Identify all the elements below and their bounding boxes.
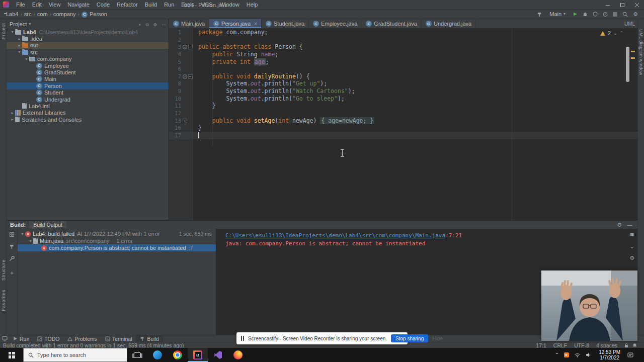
implemented-marker-icon[interactable]: ▾ <box>183 74 187 79</box>
code-editor[interactable]: 1package com.company;23▾−public abstract… <box>169 29 637 220</box>
stop-icon[interactable] <box>613 12 617 17</box>
code-line[interactable]: 6 <box>169 65 637 73</box>
code-line[interactable]: 5 private int age; <box>169 58 637 66</box>
line-ending[interactable]: CRLF <box>553 342 567 348</box>
hide-button[interactable]: Hide <box>432 336 443 341</box>
tool-stripe-favorites[interactable]: Favorites <box>1 290 6 311</box>
code-line[interactable]: 2 <box>169 36 637 44</box>
menu-code[interactable]: Code <box>93 0 113 9</box>
tree-item--idea[interactable]: ▸.idea <box>7 35 169 42</box>
tree-item-scratches-and-consoles[interactable]: ▸Scratches and Consoles <box>7 116 169 123</box>
toolbutton-terminal[interactable]: Terminal <box>101 335 136 342</box>
build-tree-row[interactable]: ▾×Lab4: build failedAt 1/7/2022 12:49 PM… <box>18 230 216 237</box>
volume-icon[interactable] <box>586 352 592 357</box>
warning-stripe-mark[interactable] <box>631 51 635 52</box>
code-line[interactable]: 4 public String name; <box>169 51 637 58</box>
code-line[interactable]: 13+ public void setAge(int newAge) { age… <box>169 117 637 125</box>
project-panel-title[interactable]: Project <box>10 21 27 27</box>
start-button[interactable] <box>0 348 23 362</box>
grid-icon[interactable] <box>9 232 15 237</box>
wrench-icon[interactable] <box>9 256 15 261</box>
settings-icon[interactable]: ⚙ <box>633 12 638 17</box>
warning-stripe-mark[interactable] <box>631 57 635 59</box>
close-button[interactable] <box>629 0 644 10</box>
minimize-button[interactable] <box>600 0 615 10</box>
menu-help[interactable]: Help <box>243 0 262 9</box>
breadcrumb-item-company[interactable]: company <box>53 11 76 17</box>
chevron-up-icon[interactable]: ⌃ <box>555 352 559 357</box>
visual-studio-icon[interactable] <box>208 348 228 362</box>
code-line[interactable]: 8 System.out.println("Get up"); <box>169 80 637 87</box>
search-input[interactable]: Type here to search <box>23 348 127 362</box>
tree-item-main[interactable]: CMain <box>7 76 169 82</box>
search-icon[interactable] <box>622 12 628 17</box>
tree-item-lab4[interactable]: ▾Lab4C:\Users\esulli13\IdeaProjects\demo… <box>7 29 169 35</box>
firefox-icon[interactable] <box>228 348 248 362</box>
collapse-all-icon[interactable]: ⊟ <box>145 21 149 27</box>
tool-window-switcher-icon[interactable] <box>0 336 9 341</box>
toolbutton-todo[interactable]: TODO <box>33 335 63 342</box>
breadcrumb-item-com[interactable]: com <box>37 11 48 17</box>
toolbutton-run[interactable]: Run <box>9 335 33 342</box>
tool-stripe-project[interactable]: Project <box>1 23 6 39</box>
caret-position[interactable]: 17:1 <box>536 342 546 348</box>
console-file-link[interactable]: C:\Users\esulli13\IdeaProjects\demo\Lab4… <box>225 232 445 240</box>
maximize-button[interactable] <box>615 0 629 10</box>
menu-refactor[interactable]: Refactor <box>113 0 141 9</box>
tree-item-person[interactable]: CPerson <box>7 82 169 89</box>
menu-edit[interactable]: Edit <box>29 0 45 9</box>
menu-file[interactable]: File <box>13 0 29 9</box>
tab-gradstudent-java[interactable]: CGradStudent.java <box>362 19 422 28</box>
code-line[interactable]: 10 System.out.println("Go to sleep"); <box>169 95 637 103</box>
settings-icon[interactable]: ⚙ <box>153 21 157 27</box>
minimize-icon[interactable]: — <box>627 222 632 228</box>
profiler-icon[interactable] <box>603 12 608 17</box>
tab-employee-java[interactable]: CEmployee.java <box>309 19 362 28</box>
tree-item-com-company[interactable]: ▾com.company <box>7 56 169 62</box>
menu-run[interactable]: Run <box>160 0 178 9</box>
lock-icon[interactable] <box>624 343 628 348</box>
code-line[interactable]: 1package com.company; <box>169 29 637 36</box>
run-icon[interactable] <box>573 12 578 17</box>
scroll-end-icon[interactable]: ⌄ <box>629 243 634 251</box>
bell-icon[interactable] <box>632 343 637 348</box>
build-tree-row[interactable]: ×com.company.Person is abstract; cannot … <box>18 244 216 251</box>
run-config-selector[interactable]: Main▾ <box>547 11 568 18</box>
breadcrumb-item-src[interactable]: src <box>24 11 32 17</box>
wifi-icon[interactable] <box>574 352 581 357</box>
taskbar-clock[interactable]: 12:53 PM 1/7/2022 <box>597 349 622 360</box>
build-output-tab[interactable]: Build Output <box>29 221 66 228</box>
toolbutton-problems[interactable]: Problems <box>63 335 101 342</box>
uml-corner-label[interactable]: UML <box>624 19 637 28</box>
toolbutton-build[interactable]: Build <box>136 335 163 342</box>
locate-icon[interactable]: ⌖ <box>139 21 141 27</box>
tab-undergrad-java[interactable]: CUndergrad.java <box>422 19 476 28</box>
breadcrumb-item-person[interactable]: CPerson <box>82 11 107 18</box>
tree-item-gradstudent[interactable]: CGradStudent <box>7 69 169 75</box>
settings-icon[interactable]: ⚙ <box>617 222 622 228</box>
chrome-icon[interactable] <box>168 348 188 362</box>
hide-icon[interactable]: — <box>162 21 166 27</box>
tree-item-external-libraries[interactable]: ▸External Libraries <box>7 110 169 116</box>
hammer-icon[interactable] <box>9 244 15 249</box>
menu-view[interactable]: View <box>45 0 64 9</box>
coverage-icon[interactable] <box>593 12 598 17</box>
fold-marker-icon[interactable]: − <box>188 45 193 49</box>
edge-icon[interactable] <box>147 348 168 362</box>
file-encoding[interactable]: UTF-8 <box>574 342 589 348</box>
locate-icon[interactable]: ⌖ <box>10 268 13 277</box>
settings-icon[interactable]: ⚙ <box>629 254 634 262</box>
fold-marker-icon[interactable]: + <box>183 119 187 123</box>
tree-item-lab4-iml[interactable]: Lab4.iml <box>7 103 169 109</box>
code-line[interactable]: 11 } <box>169 102 637 110</box>
code-line[interactable]: 12 <box>169 110 637 117</box>
tree-item-student[interactable]: CStudent <box>7 89 169 96</box>
prev-warning-icon[interactable]: ⌃ <box>619 31 623 36</box>
debug-icon[interactable] <box>583 12 588 17</box>
task-view-icon[interactable] <box>127 348 147 362</box>
implemented-marker-icon[interactable]: ▾ <box>183 45 187 49</box>
menu-navigate[interactable]: Navigate <box>64 0 93 9</box>
tool-stripe-structure[interactable]: Structure <box>1 259 6 281</box>
code-line[interactable]: 7▾− public void dailyRoutine() { <box>169 73 637 80</box>
breadcrumb-item-lab4[interactable]: Lab4 <box>4 11 18 17</box>
